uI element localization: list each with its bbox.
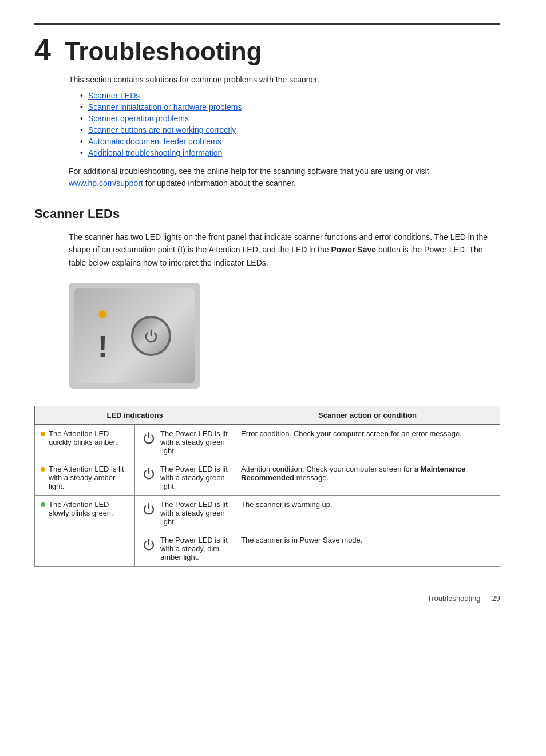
intro-text: This section contains solutions for comm… [69,75,500,84]
table-cell-power: The Power LED is lit with a steady, dim … [135,531,235,567]
list-item: Scanner buttons are not working correctl… [80,125,500,134]
scanner-image: ! [69,283,200,389]
power-text: The Power LED is lit with a steady green… [160,429,229,455]
led-table: LED indications Scanner action or condit… [34,406,500,567]
power-cell-content: The Power LED is lit with a steady green… [141,465,229,490]
hp-support-link[interactable]: www.hp.com/support [69,179,143,188]
condition-text: The scanner is in Power Save mode. [241,536,362,544]
list-item: Scanner initialization or hardware probl… [80,102,500,112]
footer-area: Troubleshooting 29 [34,589,500,603]
table-cell-power: The Power LED is lit with a steady green… [135,425,235,460]
power-icon-row2 [141,466,157,482]
additional-text-part2: for updated information about the scanne… [143,179,296,188]
scanner-operation-link[interactable]: Scanner operation problems [88,114,189,123]
power-icon-row1 [141,430,157,446]
table-row: The Attention LED is lit with a steady a… [35,460,500,496]
condition-text: The scanner is warming up. [241,500,333,509]
bullet-list: Scanner LEDs Scanner initialization or h… [80,91,500,157]
table-cell-attention: The Attention LED slowly blinks green. [35,496,135,531]
table-cell-condition: Attention condition. Check your computer… [235,460,500,496]
table-cell-attention-empty [35,531,135,567]
attention-dot-amber [41,432,45,436]
attention-cell-content: The Attention LED slowly blinks green. [41,500,129,517]
attention-text: The Attention LED quickly blinks amber. [49,429,129,446]
page-wrapper: 4 Troubleshooting This section contains … [0,0,546,637]
footer-text: Troubleshooting 29 [428,594,500,603]
additional-info-link[interactable]: Additional troubleshooting information [88,148,222,157]
attention-cell-content: The Attention LED is lit with a steady a… [41,465,129,490]
power-text: The Power LED is lit with a steady, dim … [160,536,229,561]
additional-text: For additional troubleshooting, see the … [69,165,500,189]
power-icon-svg [143,327,160,345]
table-cell-attention: The Attention LED is lit with a steady a… [35,460,135,496]
attention-text: The Attention LED is lit with a steady a… [49,465,129,490]
table-header-led: LED indications [35,406,235,425]
attention-dot-green [41,502,45,507]
exclamation-led-icon: ! [98,331,108,361]
power-icon-row4 [141,537,157,553]
scanner-init-link[interactable]: Scanner initialization or hardware probl… [88,102,242,112]
section-desc: The scanner has two LED lights on the fr… [69,231,500,269]
list-item: Automatic document feeder problems [80,137,500,146]
footer-label: Troubleshooting [428,594,481,603]
table-row: The Power LED is lit with a steady, dim … [35,531,500,567]
attention-text: The Attention LED slowly blinks green. [49,500,129,517]
power-button-image [131,316,171,356]
list-item: Additional troubleshooting information [80,148,500,157]
top-rule [34,23,500,25]
power-cell-content: The Power LED is lit with a steady green… [141,429,229,455]
table-header-condition: Scanner action or condition [235,406,500,425]
power-icon-row3 [141,501,157,517]
additional-text-part1: For additional troubleshooting, see the … [69,167,429,176]
chapter-title: Troubleshooting [65,39,262,64]
table-cell-power: The Power LED is lit with a steady green… [135,496,235,531]
table-row: The Attention LED slowly blinks green. T… [35,496,500,531]
power-text: The Power LED is lit with a steady green… [160,465,229,490]
table-row: The Attention LED quickly blinks amber. … [35,425,500,460]
table-cell-attention: The Attention LED quickly blinks amber. [35,425,135,460]
chapter-header: 4 Troubleshooting [34,35,500,65]
bold-maintenance: Maintenance Recommended [241,465,465,482]
section-title: Scanner LEDs [34,207,500,221]
power-cell-content: The Power LED is lit with a steady, dim … [141,536,229,561]
condition-text: Error condition. Check your computer scr… [241,429,462,438]
power-text: The Power LED is lit with a steady green… [160,500,229,526]
scanner-buttons-link[interactable]: Scanner buttons are not working correctl… [88,125,236,134]
power-cell-content: The Power LED is lit with a steady green… [141,500,229,526]
chapter-number: 4 [34,35,51,65]
adf-problems-link[interactable]: Automatic document feeder problems [88,137,221,146]
list-item: Scanner operation problems [80,114,500,123]
scanner-leds-link[interactable]: Scanner LEDs [88,91,140,100]
table-cell-power: The Power LED is lit with a steady green… [135,460,235,496]
footer-page-number: 29 [492,594,500,603]
attention-dot-amber2 [41,467,45,472]
attention-cell-content: The Attention LED quickly blinks amber. [41,429,129,446]
table-cell-condition: The scanner is in Power Save mode. [235,531,500,567]
scanner-image-inner: ! [74,288,195,383]
table-cell-condition: The scanner is warming up. [235,496,500,531]
list-item: Scanner LEDs [80,91,500,100]
table-cell-condition: Error condition. Check your computer scr… [235,425,500,460]
